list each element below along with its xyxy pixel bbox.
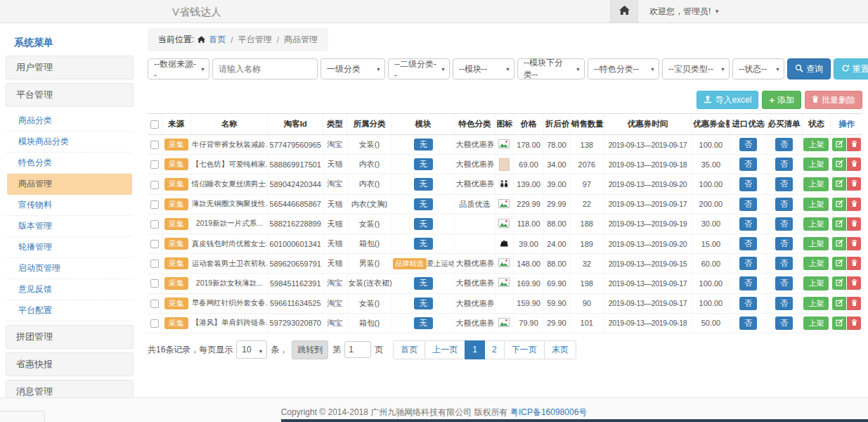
status-select[interactable]: --状态--▼ [732, 58, 784, 79]
row-checkbox[interactable] [150, 220, 159, 229]
delete-button[interactable] [847, 177, 861, 191]
edit-button[interactable] [832, 198, 846, 211]
must-buy-toggle[interactable]: 否 [775, 237, 793, 250]
delete-button[interactable] [847, 217, 861, 231]
status-toggle[interactable]: 上架 [803, 297, 829, 310]
row-checkbox[interactable] [150, 141, 159, 149]
edit-button[interactable] [832, 138, 846, 151]
must-buy-toggle[interactable]: 否 [775, 257, 793, 270]
delete-button[interactable] [847, 297, 861, 310]
sidebar-item-feedback[interactable]: 意见反馈 [7, 279, 132, 300]
must-buy-toggle[interactable]: 否 [775, 177, 793, 191]
page-button[interactable]: 1 [465, 340, 485, 359]
delete-button[interactable] [847, 257, 861, 270]
import-select-toggle[interactable]: 否 [739, 158, 757, 171]
status-toggle[interactable]: 上架 [803, 276, 829, 290]
edit-button[interactable] [832, 158, 846, 171]
name-input[interactable] [212, 58, 318, 79]
import-select-toggle[interactable]: 否 [739, 177, 757, 191]
status-toggle[interactable]: 上架 [803, 138, 829, 151]
sidebar-item-goods-category[interactable]: 商品分类 [7, 110, 132, 132]
module-subcategory-select[interactable]: --模块下分类--▼ [517, 58, 585, 79]
import-select-toggle[interactable]: 否 [739, 198, 757, 211]
import-select-toggle[interactable]: 否 [739, 276, 757, 290]
status-toggle[interactable]: 上架 [803, 257, 829, 270]
status-toggle[interactable]: 上架 [803, 316, 829, 330]
edit-button[interactable] [832, 257, 846, 270]
edit-button[interactable] [832, 217, 846, 231]
sidebar-item-version-management[interactable]: 版本管理 [7, 216, 132, 237]
status-toggle[interactable]: 上架 [803, 198, 829, 211]
reset-button[interactable]: 重置 [834, 58, 868, 79]
jump-to-page-button[interactable]: 跳转到 [292, 340, 328, 359]
import-select-toggle[interactable]: 否 [739, 257, 757, 270]
select-all-checkbox[interactable] [150, 120, 159, 129]
page-button[interactable]: 末页 [544, 340, 576, 359]
row-checkbox[interactable] [150, 260, 159, 268]
edit-button[interactable] [832, 237, 846, 250]
page-button[interactable]: 下一页 [504, 340, 545, 359]
page-number-input[interactable] [344, 341, 371, 358]
status-toggle[interactable]: 上架 [803, 177, 829, 191]
status-toggle[interactable]: 上架 [803, 237, 829, 250]
must-buy-toggle[interactable]: 否 [775, 297, 793, 310]
import-select-toggle[interactable]: 否 [739, 138, 757, 151]
batch-delete-button[interactable]: 批量删除 [805, 91, 862, 109]
edit-button[interactable] [832, 177, 846, 191]
edit-button[interactable] [832, 297, 846, 310]
item-type-select[interactable]: --宝贝类型--▼ [662, 58, 730, 79]
edit-button[interactable] [832, 276, 846, 290]
must-buy-toggle[interactable]: 否 [775, 316, 793, 330]
sidebar-group-user-management[interactable]: 用户管理 [6, 56, 134, 79]
delete-button[interactable] [847, 198, 861, 211]
must-buy-toggle[interactable]: 否 [775, 158, 793, 171]
sidebar-item-carousel-management[interactable]: 轮播管理 [7, 237, 132, 258]
sidebar-item-goods-management[interactable]: 商品管理 [7, 174, 132, 195]
category-level1-select[interactable]: 一级分类▼ [320, 58, 385, 79]
must-buy-toggle[interactable]: 否 [775, 276, 793, 290]
delete-button[interactable] [847, 316, 861, 330]
sidebar-item-feature-category[interactable]: 特色分类 [7, 153, 132, 174]
delete-button[interactable] [847, 237, 861, 250]
import-excel-button[interactable]: 导入excel [697, 91, 758, 109]
user-menu[interactable]: 欢迎您，管理员! ▼ [649, 6, 720, 18]
delete-button[interactable] [847, 138, 861, 151]
breadcrumb-home-link[interactable]: 首页 [209, 34, 226, 46]
row-checkbox[interactable] [150, 200, 159, 209]
per-page-select[interactable]: 10 ▼ [236, 340, 267, 359]
page-button[interactable]: 上一页 [425, 340, 465, 359]
row-checkbox[interactable] [150, 279, 159, 288]
icp-link[interactable]: 粤ICP备16098006号 [510, 407, 587, 417]
must-buy-toggle[interactable]: 否 [775, 138, 793, 151]
import-select-toggle[interactable]: 否 [739, 297, 757, 310]
import-select-toggle[interactable]: 否 [739, 217, 757, 231]
category-level2-select[interactable]: --二级分类--▼ [388, 58, 450, 79]
data-source-select[interactable]: --数据来源--▼ [148, 58, 209, 79]
feature-category-select[interactable]: --特色分类--▼ [588, 58, 659, 79]
must-buy-toggle[interactable]: 否 [775, 217, 793, 231]
sidebar-group-savings-express[interactable]: 省惠快报 [6, 352, 134, 376]
delete-button[interactable] [847, 276, 861, 290]
sidebar-item-promo-materials[interactable]: 宣传物料 [7, 195, 132, 216]
must-buy-toggle[interactable]: 否 [775, 198, 793, 211]
row-checkbox[interactable] [150, 300, 159, 308]
page-button[interactable]: 首页 [393, 340, 425, 359]
row-checkbox[interactable] [150, 319, 159, 328]
edit-button[interactable] [832, 316, 846, 330]
sidebar-item-splash-page-management[interactable]: 启动页管理 [7, 258, 132, 279]
page-button[interactable]: 2 [484, 340, 505, 359]
row-checkbox[interactable] [150, 240, 159, 248]
sidebar-group-groupbuy-management[interactable]: 拼团管理 [6, 325, 134, 349]
sidebar-item-platform-config[interactable]: 平台配置 [7, 300, 132, 321]
status-toggle[interactable]: 上架 [803, 217, 829, 231]
module-select[interactable]: --模块--▼ [453, 58, 514, 79]
row-checkbox[interactable] [150, 160, 159, 169]
row-checkbox[interactable] [150, 181, 159, 189]
sidebar-group-platform-management[interactable]: 平台管理 [6, 83, 134, 107]
status-toggle[interactable]: 上架 [803, 158, 829, 171]
query-button[interactable]: 查询 [787, 58, 831, 79]
sidebar-item-module-goods-category[interactable]: 模块商品分类 [7, 132, 132, 153]
import-select-toggle[interactable]: 否 [739, 316, 757, 330]
add-button[interactable]: + 添加 [762, 91, 801, 109]
import-select-toggle[interactable]: 否 [739, 237, 757, 250]
